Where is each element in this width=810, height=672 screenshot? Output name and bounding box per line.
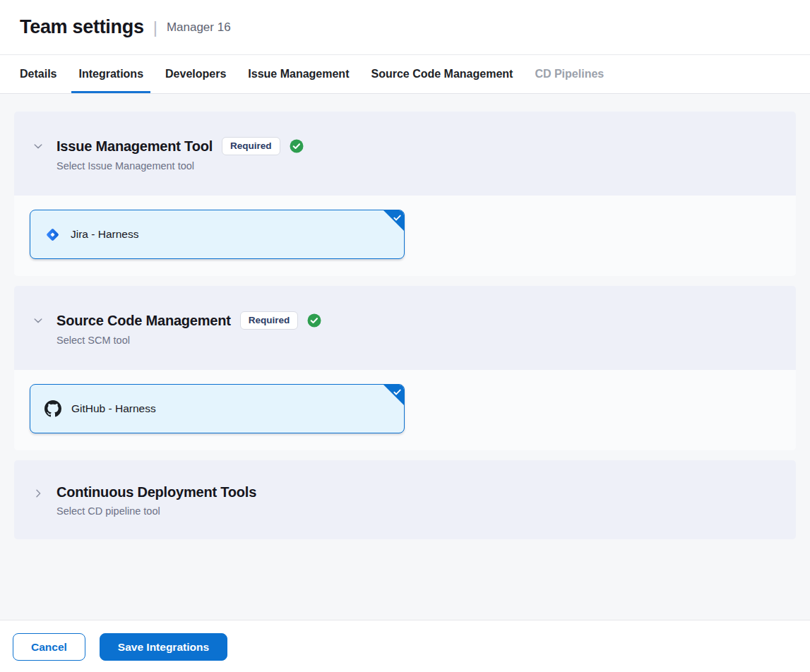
tab-details[interactable]: Details xyxy=(13,55,64,93)
section-continuous-deployment-tools: Continuous Deployment Tools Select CD pi… xyxy=(14,460,796,539)
section-title: Source Code Management xyxy=(56,313,231,329)
title-separator: | xyxy=(153,18,157,37)
chevron-right-icon[interactable] xyxy=(32,488,44,517)
team-name-label: Manager 16 xyxy=(167,20,231,35)
integrations-content: Issue Management Tool Required Select Is… xyxy=(0,94,810,620)
required-badge: Required xyxy=(222,137,280,155)
section-subtitle: Select CD pipeline tool xyxy=(56,505,256,517)
section-title: Issue Management Tool xyxy=(56,138,213,155)
required-badge: Required xyxy=(240,311,299,330)
selected-check-icon xyxy=(393,212,402,225)
jira-icon xyxy=(44,227,61,243)
complete-check-icon xyxy=(307,313,321,328)
tab-developers[interactable]: Developers xyxy=(158,55,233,93)
complete-check-icon xyxy=(290,139,304,153)
tab-integrations[interactable]: Integrations xyxy=(71,55,150,93)
team-settings-page: Team settings | Manager 16 Details Integ… xyxy=(0,0,810,672)
chevron-down-icon[interactable] xyxy=(32,315,44,346)
section-title: Continuous Deployment Tools xyxy=(56,484,256,500)
save-integrations-button[interactable]: Save Integrations xyxy=(100,633,227,661)
section-issue-management-header[interactable]: Issue Management Tool Required Select Is… xyxy=(14,112,796,196)
tool-card-jira[interactable]: Jira - Harness xyxy=(30,210,405,259)
section-scm-header[interactable]: Source Code Management Required Select S… xyxy=(14,286,796,370)
github-icon xyxy=(44,400,61,417)
tool-name-label: GitHub - Harness xyxy=(71,402,156,415)
selected-check-icon xyxy=(393,387,402,400)
footer-action-bar: Cancel Save Integrations xyxy=(0,620,810,672)
tab-bar: Details Integrations Developers Issue Ma… xyxy=(0,55,810,94)
chevron-down-icon[interactable] xyxy=(32,140,44,172)
section-source-code-management: Source Code Management Required Select S… xyxy=(14,286,796,450)
section-cd-header[interactable]: Continuous Deployment Tools Select CD pi… xyxy=(14,460,796,539)
tab-cd-pipelines[interactable]: CD Pipelines xyxy=(528,55,611,93)
page-title: Team settings xyxy=(20,16,144,38)
section-subtitle: Select Issue Management tool xyxy=(56,160,304,172)
section-subtitle: Select SCM tool xyxy=(56,335,321,346)
tool-name-label: Jira - Harness xyxy=(71,228,138,241)
tab-source-code-management[interactable]: Source Code Management xyxy=(364,55,520,93)
section-issue-management-body: Jira - Harness xyxy=(14,196,796,276)
tool-card-github[interactable]: GitHub - Harness xyxy=(30,384,405,433)
cancel-button[interactable]: Cancel xyxy=(13,633,85,661)
tab-issue-management[interactable]: Issue Management xyxy=(241,55,356,93)
page-header: Team settings | Manager 16 xyxy=(0,0,810,55)
section-scm-body: GitHub - Harness xyxy=(14,370,796,450)
section-issue-management-tool: Issue Management Tool Required Select Is… xyxy=(14,112,796,276)
